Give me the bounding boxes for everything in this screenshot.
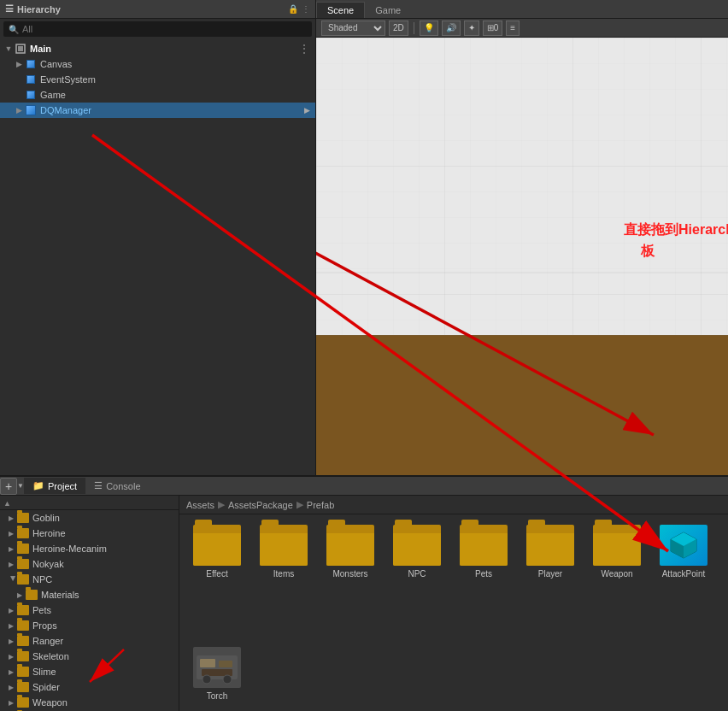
- svg-text:直接拖到Hierarchy面: 直接拖到Hierarchy面: [624, 221, 728, 237]
- folder-label-weapon: Weapon: [32, 697, 68, 708]
- bottom-area: + ▼ 📁 Project ☰ Console ▲ ▶ Goblin ▶: [0, 475, 728, 711]
- menu-icon[interactable]: ⋮: [302, 4, 310, 14]
- tree-item-canvas[interactable]: ▶ Canvas: [0, 56, 315, 72]
- asset-label-effect: Effect: [206, 569, 227, 579]
- folder-arrow-ranger: ▶: [9, 638, 17, 645]
- asset-weapon[interactable]: Weapon: [586, 521, 648, 637]
- tree-label-game: Game: [40, 90, 312, 100]
- tree-item-main[interactable]: ▼ Main ⋮: [0, 41, 315, 56]
- folder-props[interactable]: ▶ Props: [0, 618, 179, 633]
- expand-arrow-game: [14, 91, 24, 99]
- add-dropdown-arrow[interactable]: ▼: [17, 482, 24, 490]
- folder-weapon[interactable]: ▶ Weapon: [0, 695, 179, 710]
- folder-heroine-mecanim[interactable]: ▶ Heroine-Mecanim: [0, 541, 179, 556]
- light-button[interactable]: 💡: [420, 21, 438, 36]
- asset-label-npc: NPC: [408, 569, 426, 579]
- folder-label-skeleton: Skeleton: [32, 651, 69, 661]
- tree-item-dqmanager[interactable]: ▶ DQManager ▶: [0, 103, 315, 118]
- lock-icon[interactable]: 🔒: [288, 4, 298, 14]
- svg-rect-16: [200, 659, 215, 667]
- folder-arrow-spider: ▶: [9, 684, 17, 691]
- asset-effect[interactable]: Effect: [186, 521, 248, 637]
- folder-goblin[interactable]: ▶ Goblin: [0, 510, 179, 526]
- folder-npc[interactable]: ▶ NPC: [0, 572, 179, 587]
- folder-icon-pets: [17, 605, 29, 615]
- folder-icon-npc: [17, 574, 29, 585]
- gizmos-button[interactable]: ⊞0: [483, 21, 503, 36]
- hierarchy-header: ☰ Hierarchy 🔒 ⋮: [0, 0, 315, 19]
- breadcrumb-assets[interactable]: Assets: [186, 500, 214, 510]
- hierarchy-search-bar: 🔍: [3, 21, 312, 37]
- scene-grid: 直接拖到Hierarchy面 板: [316, 38, 728, 475]
- bottom-content: ▲ ▶ Goblin ▶ Heroine ▶ Heroine-Mecanim ▶: [0, 496, 728, 711]
- asset-label-player: Player: [538, 569, 562, 579]
- folder-thumb-player: [526, 525, 574, 566]
- 2d-button[interactable]: 2D: [389, 21, 408, 36]
- assets-grid: Effect Items Monsters NPC: [179, 514, 728, 643]
- folder-materials[interactable]: ▶ Materials: [0, 587, 179, 602]
- shading-select[interactable]: Shaded Wireframe: [321, 21, 385, 36]
- tree-item-game[interactable]: Game: [0, 87, 315, 103]
- asset-npc[interactable]: NPC: [386, 521, 448, 637]
- folder-slime[interactable]: ▶ Slime: [0, 664, 179, 679]
- hierarchy-icon: ☰: [5, 3, 14, 15]
- audio-button[interactable]: 🔊: [442, 21, 461, 36]
- asset-player[interactable]: Player: [520, 521, 581, 637]
- tree-item-eventsystem[interactable]: EventSystem: [0, 72, 315, 87]
- svg-marker-1: [18, 46, 23, 51]
- asset-monsters[interactable]: Monsters: [320, 521, 381, 637]
- folder-pets[interactable]: ▶ Pets: [0, 602, 179, 618]
- asset-label-weapon: Weapon: [601, 569, 632, 579]
- folder-label-nokyak: Nokyak: [32, 559, 64, 569]
- folder-label-heroine-mecanim: Heroine-Mecanim: [32, 544, 107, 554]
- console-tab-icon: ☰: [94, 480, 103, 491]
- tab-project[interactable]: 📁 Project: [24, 478, 85, 494]
- hierarchy-search-input[interactable]: [22, 24, 307, 34]
- folder-heroine[interactable]: ▶ Heroine: [0, 526, 179, 541]
- svg-rect-4: [316, 335, 728, 475]
- folder-nokyak[interactable]: ▶ Nokyak: [0, 556, 179, 572]
- svg-rect-17: [219, 661, 232, 667]
- folder-arrow-skeleton: ▶: [9, 653, 17, 661]
- folder-thumb-pets: [460, 525, 508, 566]
- breadcrumb-prefab[interactable]: Prefab: [307, 500, 334, 510]
- prefab-thumb-attackpoint: [660, 525, 707, 566]
- folder-skeleton[interactable]: ▶ Skeleton: [0, 649, 179, 664]
- folder-icon-weapon: [17, 697, 29, 708]
- folder-ranger[interactable]: ▶ Ranger: [0, 633, 179, 649]
- asset-torch[interactable]: Torch: [186, 643, 248, 704]
- breadcrumb-assetspkg[interactable]: AssetsPackage: [228, 500, 293, 510]
- tree-label-canvas: Canvas: [40, 59, 312, 69]
- tree-scroll-up[interactable]: ▲: [3, 499, 11, 508]
- svg-text:板: 板: [640, 244, 655, 258]
- more-button[interactable]: ≡: [506, 21, 520, 36]
- fx-button[interactable]: ✦: [464, 21, 479, 36]
- breadcrumb-sep-2: ▶: [296, 499, 303, 510]
- tab-console[interactable]: ☰ Console: [85, 478, 149, 494]
- breadcrumb: Assets ▶ AssetsPackage ▶ Prefab: [179, 496, 728, 514]
- svg-point-19: [203, 675, 211, 684]
- asset-pets[interactable]: Pets: [453, 521, 514, 637]
- asset-items[interactable]: Items: [253, 521, 314, 637]
- tab-scene[interactable]: Scene: [316, 2, 365, 18]
- tab-game[interactable]: Game: [365, 2, 411, 18]
- main-options-btn[interactable]: ⋮: [296, 42, 312, 56]
- folder-label-slime: Slime: [32, 667, 56, 677]
- toolbar-sep-1: [414, 22, 414, 34]
- folder-arrow-slime: ▶: [9, 668, 17, 676]
- folder-spider[interactable]: ▶ Spider: [0, 679, 179, 695]
- folder-label-npc: NPC: [32, 574, 52, 585]
- folder-arrow-weapon: ▶: [9, 699, 17, 707]
- game-icon: [24, 88, 38, 102]
- add-button[interactable]: +: [0, 478, 17, 495]
- tabs-bar: Scene Game: [316, 0, 728, 19]
- asset-attackpoint[interactable]: AttackPoint: [653, 521, 714, 637]
- expand-arrow-canvas: ▶: [14, 60, 24, 68]
- project-assets: Assets ▶ AssetsPackage ▶ Prefab Effect I…: [179, 496, 728, 711]
- scene-toolbar: Shaded Wireframe 2D 💡 🔊 ✦ ⊞0 ≡: [316, 19, 728, 38]
- folder-icon-skeleton: [17, 651, 29, 661]
- folder-label-heroine: Heroine: [32, 528, 66, 538]
- folder-label-materials: Materials: [41, 590, 79, 600]
- folder-arrow-materials: ▶: [17, 591, 26, 599]
- expand-arrow-eventsystem: [14, 75, 24, 84]
